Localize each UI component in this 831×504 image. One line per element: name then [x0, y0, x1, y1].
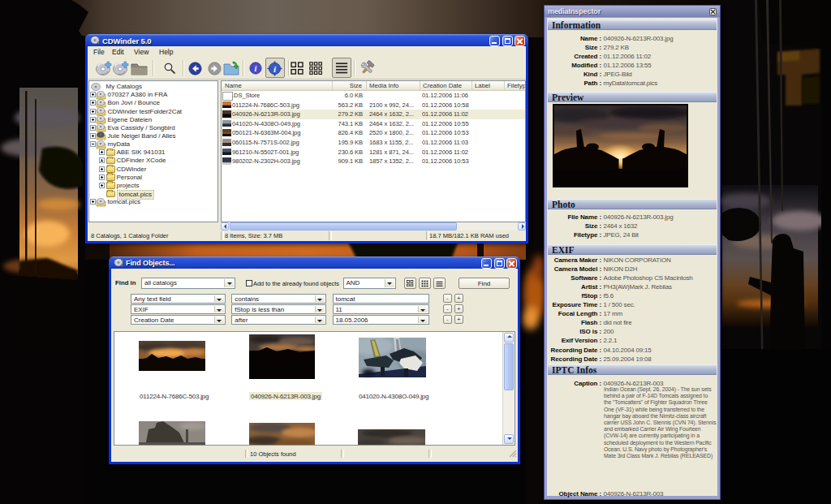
svg-text:i: i: [255, 64, 257, 73]
